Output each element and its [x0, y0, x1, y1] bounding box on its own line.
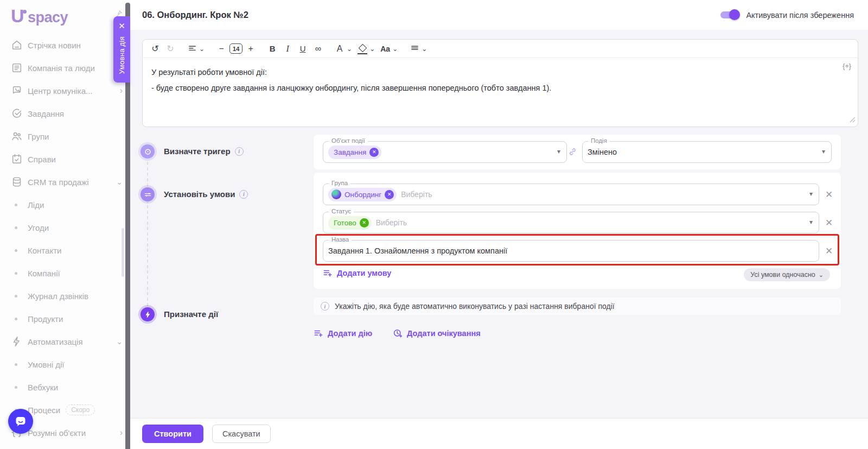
bullet-icon — [15, 204, 17, 206]
bullet-icon — [15, 226, 17, 229]
sidebar-item-automation[interactable]: Автоматизація ⌄ — [0, 330, 130, 353]
sidebar-item-groups[interactable]: Групи — [0, 125, 130, 148]
sidebar-item-call-log[interactable]: Журнал дзвінків — [0, 284, 130, 307]
event-field[interactable]: Подія Змінено ▾ — [582, 141, 832, 163]
sidebar-item-company-people[interactable]: Компанія та люди › — [0, 56, 130, 79]
calendar-icon — [11, 153, 23, 165]
undo-icon[interactable]: ↺ — [148, 42, 162, 56]
chevron-right-icon: › — [120, 428, 123, 438]
chevron-down-icon: ⌄ — [116, 337, 123, 346]
trigger-band: Об'єкт події Завдання ✕ ▾ Подія Змінено … — [314, 135, 841, 169]
link-fields-icon[interactable] — [569, 148, 577, 158]
add-wait-button[interactable]: Додати очікування — [393, 328, 481, 338]
info-icon[interactable]: i — [239, 190, 248, 199]
sidebar-item-leads[interactable]: Ліди — [0, 193, 130, 216]
add-condition-button[interactable]: Додати умову — [323, 268, 391, 278]
sidebar-item-label: Компанії — [28, 269, 60, 278]
dropdown-arrow-icon[interactable]: ▾ — [809, 190, 813, 198]
activate-toggle-label: Активувати після збереження — [746, 11, 854, 20]
text-color-icon[interactable]: A — [333, 42, 347, 56]
sidebar-item-label: Справи — [28, 155, 56, 164]
conditions-section-title: Установіть умови i — [164, 189, 248, 199]
align-icon[interactable] — [407, 42, 422, 56]
line-spacing-icon[interactable] — [185, 42, 199, 56]
uspacy-logo[interactable]: Uspacy — [11, 7, 68, 26]
chip-remove-icon[interactable]: ✕ — [360, 218, 369, 227]
text-style-icon[interactable]: Aa — [378, 42, 392, 56]
font-size-minus-icon[interactable]: − — [214, 42, 228, 56]
sidebar-item-label: Процеси — [28, 406, 60, 415]
dropdown-arrow-icon[interactable]: ▾ — [822, 148, 825, 155]
cancel-button[interactable]: Скасувати — [212, 425, 271, 443]
comm-center-icon — [11, 85, 23, 97]
link-icon[interactable]: ∞ — [311, 42, 325, 56]
font-size-value[interactable]: 14 — [229, 43, 242, 54]
dropdown-arrow-icon[interactable]: ▾ — [557, 148, 560, 155]
sidebar-item-label: Вебхуки — [28, 383, 58, 392]
chevron-down-icon: ⌄ — [819, 271, 824, 279]
conditions-mode-select[interactable]: Усі умови одночасно ⌄ — [744, 268, 830, 281]
group-avatar — [331, 189, 341, 199]
remove-condition-icon[interactable]: ✕ — [822, 188, 835, 201]
chevron-down-icon[interactable]: ⌄ — [392, 45, 398, 53]
chevron-down-icon[interactable]: ⌄ — [422, 45, 427, 53]
redo-icon[interactable]: ↻ — [163, 42, 177, 56]
resize-handle-icon[interactable] — [850, 115, 856, 125]
bullet-icon — [15, 386, 17, 389]
conditions-step-icon — [141, 187, 155, 201]
create-button[interactable]: Створити — [142, 425, 203, 443]
highlight-color-icon[interactable] — [355, 42, 369, 56]
sidebar-item-comm-center[interactable]: Центр комуніка... › — [0, 79, 130, 102]
status-condition-field[interactable]: Статус Готово ✕ Виберіть ▾ — [323, 212, 819, 233]
activate-toggle[interactable] — [720, 11, 738, 18]
sidebar-item-label: Продукти — [28, 314, 63, 324]
dropdown-arrow-icon[interactable]: ▾ — [809, 218, 813, 226]
sidebar-item-companies[interactable]: Компанії — [0, 262, 130, 284]
sidebar-item-label: Умовні дії — [28, 360, 65, 369]
sidebar-item-label: CRM та продажі — [28, 178, 88, 187]
remove-condition-icon[interactable]: ✕ — [822, 216, 835, 229]
sidebar-item-tasks[interactable]: Завдання — [0, 102, 130, 125]
sidebar-item-newsfeed[interactable]: Стрічка новин — [0, 34, 130, 56]
event-object-field[interactable]: Об'єкт події Завдання ✕ ▾ — [323, 141, 567, 163]
steps-connector — [147, 162, 148, 312]
font-size-plus-icon[interactable]: + — [244, 42, 258, 56]
drawer-tab[interactable]: ✕ Умовна дія — [113, 16, 130, 83]
italic-icon[interactable]: I — [280, 42, 295, 56]
sidebar-item-conditional-actions[interactable]: Умовні дії — [0, 353, 130, 376]
info-icon[interactable]: i — [235, 147, 244, 156]
chevron-down-icon[interactable]: ⌄ — [347, 45, 352, 53]
underline-icon[interactable]: U — [296, 42, 310, 56]
sidebar-item-activities[interactable]: Справи — [0, 148, 130, 170]
insert-variable-icon[interactable]: {+} — [843, 62, 851, 70]
sidebar-item-contacts[interactable]: Контакти — [0, 239, 130, 262]
group-condition-field[interactable]: Група Онбординг ✕ Виберіть ▾ — [323, 184, 819, 205]
bullet-icon — [15, 272, 17, 275]
name-condition-field[interactable]: Назва Завдання 1. Ознайомлення з продукт… — [323, 240, 819, 262]
sidebar-item-label: Розумні об'єкти — [28, 428, 86, 438]
sidebar-item-label: Стрічка новин — [28, 41, 81, 50]
soon-badge: Скоро — [66, 404, 95, 415]
bold-icon[interactable]: B — [265, 42, 279, 56]
chevron-down-icon[interactable]: ⌄ — [369, 45, 375, 53]
panel-header: 06. Онбординг. Крок №2 Активувати після … — [130, 0, 868, 30]
sidebar-item-crm[interactable]: CRM та продажі ⌄ — [0, 170, 130, 193]
remove-condition-icon[interactable]: ✕ — [822, 244, 835, 257]
description-editor[interactable]: ↺ ↻ ⌄ − 14 + B I U ∞ A ⌄ ⌄ Aa ⌄ — [142, 39, 858, 127]
bullet-icon — [15, 318, 17, 320]
chip-remove-icon[interactable]: ✕ — [385, 190, 394, 199]
groups-icon — [11, 130, 23, 142]
close-icon[interactable]: ✕ — [118, 21, 125, 31]
sidebar-scrollbar[interactable] — [122, 228, 124, 277]
add-action-button[interactable]: Додати дію — [314, 328, 372, 338]
chat-widget-button[interactable] — [8, 409, 33, 434]
sidebar-item-webhooks[interactable]: Вебхуки — [0, 376, 130, 399]
sidebar-item-products[interactable]: Продукти — [0, 307, 130, 330]
chevron-down-icon[interactable]: ⌄ — [199, 45, 205, 53]
chip-remove-icon[interactable]: ✕ — [369, 148, 379, 157]
sidebar-nav: Стрічка новин Компанія та люди › Центр к… — [0, 34, 130, 444]
sidebar-item-deals[interactable]: Угоди — [0, 216, 130, 239]
status-chip: Готово ✕ — [328, 216, 372, 230]
sidebar-item-label: Угоди — [28, 223, 49, 232]
editor-text[interactable]: У результаті роботи умовної дії: - буде … — [143, 58, 858, 103]
